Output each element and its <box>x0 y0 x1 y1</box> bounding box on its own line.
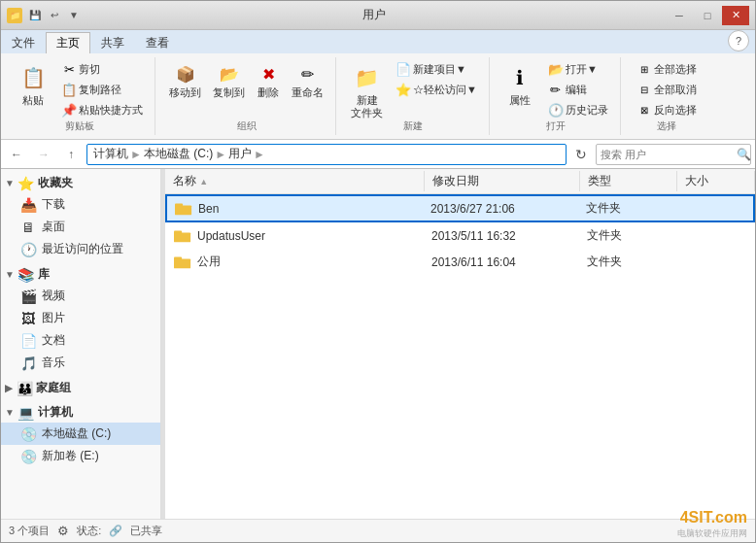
search-input[interactable] <box>601 149 735 160</box>
sidebar-header-computer[interactable]: ▼ 💻 计算机 <box>1 402 160 423</box>
folder-icon <box>175 201 192 217</box>
documents-label: 文档 <box>42 332 65 349</box>
delete-label: 删除 <box>258 86 279 99</box>
paste-shortcut-button[interactable]: 📌 粘贴快捷方式 <box>57 100 147 119</box>
copy-to-button[interactable]: 📂 复制到 <box>209 59 249 102</box>
folder-icon <box>174 228 191 244</box>
pictures-icon: 🖼 <box>20 311 36 326</box>
delete-button[interactable]: ✖ 删除 <box>253 59 284 102</box>
copy-path-icon: 📋 <box>61 82 77 97</box>
status-text: 状态: <box>77 524 101 538</box>
refresh-button[interactable]: ↻ <box>570 144 592 165</box>
cut-button[interactable]: ✂ 剪切 <box>57 59 147 79</box>
ribbon-tab-bar: 文件 主页 共享 查看 ? <box>1 30 755 53</box>
col-header-type[interactable]: 类型 <box>580 171 677 191</box>
select-col: ⊞ 全部选择 ⊟ 全部取消 ⊠ 反向选择 <box>633 59 701 119</box>
customize-quick-btn[interactable]: ▼ <box>65 7 83 24</box>
back-button[interactable]: ← <box>5 144 28 165</box>
properties-icon: ℹ <box>504 62 535 93</box>
tab-view[interactable]: 查看 <box>135 32 180 53</box>
desktop-icon: 🖥 <box>20 220 36 235</box>
rename-button[interactable]: ✏ 重命名 <box>288 59 327 102</box>
sidebar-item-drive-e[interactable]: 💿 新加卷 (E:) <box>1 445 160 467</box>
select-all-icon: ⊞ <box>636 61 652 77</box>
paste-button[interactable]: 📋 粘贴 <box>13 59 53 110</box>
easy-access-button[interactable]: ⭐ ☆轻松访问▼ <box>392 80 481 99</box>
sidebar-header-homegroup[interactable]: ▶ 👪 家庭组 <box>1 378 160 398</box>
tab-file[interactable]: 文件 <box>1 32 46 53</box>
sidebar-item-videos[interactable]: 🎬 视频 <box>1 285 160 307</box>
col-header-date[interactable]: 修改日期 <box>425 171 580 191</box>
table-row[interactable]: UpdatusUser 2013/5/11 16:32 文件夹 <box>165 222 755 249</box>
copy-path-button[interactable]: 📋 复制路径 <box>57 80 147 99</box>
new-item-button[interactable]: 📄 新建项目▼ <box>392 59 481 79</box>
up-button[interactable]: ↑ <box>59 144 83 165</box>
select-none-button[interactable]: ⊟ 全部取消 <box>633 80 701 99</box>
col-header-name[interactable]: 名称 ▲ <box>165 171 425 191</box>
path-computer[interactable]: 计算机 <box>93 146 128 162</box>
history-label: 历史记录 <box>566 103 608 118</box>
close-button[interactable]: ✕ <box>722 6 749 25</box>
clipboard-label: 剪贴板 <box>5 119 155 133</box>
select-all-label: 全部选择 <box>654 62 697 77</box>
sidebar-item-documents[interactable]: 📄 文档 <box>1 329 160 352</box>
table-row[interactable]: 公用 2013/6/11 16:04 文件夹 <box>165 249 755 275</box>
edit-label: 编辑 <box>566 83 587 97</box>
help-button[interactable]: ? <box>728 30 749 51</box>
svg-rect-3 <box>174 230 182 234</box>
move-to-icon: 📦 <box>174 62 197 85</box>
undo-quick-btn[interactable]: ↩ <box>46 7 63 24</box>
sidebar-item-pictures[interactable]: 🖼 图片 <box>1 307 160 329</box>
copy-path-label: 复制路径 <box>79 83 121 97</box>
main-area: ▼ ⭐ 收藏夹 📥 下载 🖥 桌面 🕐 最近访问的位置 <box>1 169 755 519</box>
window-title: 用户 <box>83 7 666 23</box>
sidebar-item-music[interactable]: 🎵 音乐 <box>1 352 160 374</box>
music-label: 音乐 <box>42 355 65 371</box>
sidebar-item-desktop[interactable]: 🖥 桌面 <box>1 216 160 238</box>
ribbon-group-select: ⊞ 全部选择 ⊟ 全部取消 ⊠ 反向选择 选择 <box>623 57 710 135</box>
open-label: 打开 <box>492 119 620 133</box>
new-label: 新建 <box>338 119 489 133</box>
sidebar-header-favorites[interactable]: ▼ ⭐ 收藏夹 <box>1 173 160 193</box>
address-path[interactable]: 计算机 ► 本地磁盘 (C:) ► 用户 ► <box>86 144 567 165</box>
table-row[interactable]: Ben 2013/6/27 21:06 文件夹 <box>165 194 755 222</box>
select-all-button[interactable]: ⊞ 全部选择 <box>633 59 701 79</box>
sidebar-header-libraries[interactable]: ▼ 📚 库 <box>1 264 160 285</box>
watermark-subtitle: 电脑软硬件应用网 <box>677 528 747 538</box>
edit-button[interactable]: ✏ 编辑 <box>544 80 612 99</box>
path-folder[interactable]: 用户 <box>228 146 252 162</box>
quick-access-toolbar: 💾 ↩ ▼ <box>26 7 83 24</box>
sidebar-item-recent[interactable]: 🕐 最近访问的位置 <box>1 238 160 260</box>
title-bar: 📁 💾 ↩ ▼ 用户 ─ □ ✕ <box>1 1 755 30</box>
search-icon[interactable]: 🔍 <box>737 148 751 161</box>
videos-label: 视频 <box>42 288 65 304</box>
item-count: 3 个项目 <box>9 524 50 538</box>
history-button[interactable]: 🕐 历史记录 <box>544 100 612 119</box>
file-size-cell <box>676 235 754 237</box>
invert-select-button[interactable]: ⊠ 反向选择 <box>633 100 701 119</box>
drive-e-label: 新加卷 (E:) <box>42 448 99 464</box>
videos-icon: 🎬 <box>20 288 36 304</box>
save-quick-btn[interactable]: 💾 <box>26 7 44 24</box>
file-type-cell: 文件夹 <box>579 226 676 245</box>
path-drive[interactable]: 本地磁盘 (C:) <box>144 146 213 162</box>
maximize-button[interactable]: □ <box>694 6 721 25</box>
forward-button[interactable]: → <box>32 144 55 165</box>
file-name: Ben <box>198 202 219 216</box>
move-to-button[interactable]: 📦 移动到 <box>165 59 205 102</box>
tab-home[interactable]: 主页 <box>46 32 90 53</box>
invert-select-icon: ⊠ <box>636 102 652 118</box>
sidebar-item-downloads[interactable]: 📥 下载 <box>1 193 160 216</box>
new-folder-button[interactable]: 📁 新建 文件夹 <box>346 59 388 122</box>
minimize-button[interactable]: ─ <box>666 6 693 25</box>
file-size-cell <box>675 208 753 210</box>
sidebar-item-local-disk-c[interactable]: 💿 本地磁盘 (C:) <box>1 423 160 445</box>
watermark-brand: 4SIT.com <box>680 509 747 526</box>
properties-button[interactable]: ℹ 属性 <box>499 59 540 110</box>
open-label: 打开▼ <box>566 62 598 77</box>
tab-share[interactable]: 共享 <box>90 32 135 53</box>
libraries-icon: 📚 <box>18 267 34 283</box>
open-button[interactable]: 📂 打开▼ <box>544 59 612 79</box>
col-header-size[interactable]: 大小 <box>677 171 755 191</box>
new-folder-icon: 📁 <box>352 62 383 93</box>
